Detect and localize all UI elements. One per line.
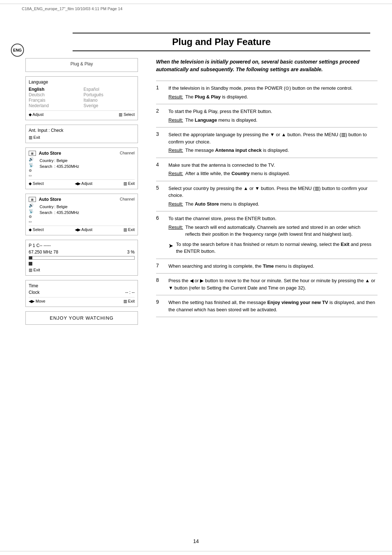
page-number: 14 [193,538,199,544]
lang-deutsch: Deutsch [29,92,80,97]
step-4-text: Make sure that the antenna is connected … [168,162,275,168]
step-content-5: Select your country by pressing the ▲ or… [167,181,377,211]
step-8-text: Press the ◀ or ▶ button to move to the h… [168,278,375,291]
intro-text: When the television is initially powered… [156,58,377,73]
step-content-3: Select the appropriate language by press… [167,127,377,158]
time-footer: ◀▶ Move ▥ Exit [29,297,135,304]
clock-val: -- : -- [125,290,135,295]
table-row: 4 Make sure that the antenna is connecte… [156,158,377,181]
search-label-1: Search [40,164,54,169]
step-num-8: 8 [156,274,167,295]
step-5-result: Result: The Auto Store menu is displayed… [168,200,376,208]
progress-percent: 3 % [127,250,135,255]
clock-label: Clock [29,290,40,295]
step-content-8: Press the ◀ or ▶ button to move to the h… [167,274,377,295]
ch-adjust-1: ◀▶ Adjust [75,181,93,186]
step-content-9: When the setting has finished all, the m… [167,295,377,317]
channel-body-2: ▦ 🔊 📡 ⚙ ▭ Auto Store Country : Belgie Se… [29,197,135,223]
enjoy-screen: ENJOY YOUR WATCHING [25,311,138,325]
step-num-7: 7 [156,259,167,274]
channel-footer-2: ◆ Select ◀▶ Adjust ▥ Exit [29,226,135,232]
channel-screen-1: Channel ▦ 🔊 📡 ⚙ ▭ Auto Store Country : B… [25,147,138,189]
table-row: 3 Select the appropriate language by pre… [156,127,377,158]
step-3-result: Result: The message Antenna input check … [168,147,376,154]
lang-espanol: Español [83,87,135,92]
table-row: 7 When searching and storing is complete… [156,259,377,274]
step-content-7: When searching and storing is complete, … [167,259,377,274]
plug-play-screen: Plug & Play [25,58,138,72]
left-panel: Plug & Play Language English Español Deu… [25,58,138,329]
knob-icon-2: ⚙ [29,215,39,219]
result-text-2: The Language menu is displayed. [185,117,257,124]
country-val-2: : Belgie [54,204,79,209]
step-num-5: 5 [156,181,167,211]
ant-input-screen: Ant. Input : Check ▥ Exit [25,125,138,143]
step-4-result: Result: After a little while, the Countr… [168,170,376,177]
table-row: 8 Press the ◀ or ▶ button to move to the… [156,274,377,295]
result-text-6: The search will end automatically. Chann… [185,224,376,238]
channel-body-1: ▦ 🔊 📡 ⚙ ▭ Auto Store Country : Belgie Se… [29,151,135,177]
lang-portugues: Português [83,92,135,97]
table-row: 5 Select your country by pressing the ▲ … [156,181,377,211]
note-text-6: To stop the search before it has finishe… [176,241,376,255]
language-select: ▥ Select [119,112,135,117]
eng-badge: ENG [11,44,24,57]
ch-adjust-2: ◀▶ Adjust [75,227,93,232]
search-val-2: : 435.250MHz [54,210,79,215]
progress-info: P 1 C-- ----- [29,243,135,248]
arrow-icon: ➤ [168,242,173,255]
table-row: 2 To start the Plug & Play, press the EN… [156,104,377,127]
progress-exit: ▥ Exit [29,268,135,272]
channel-title-1: Channel [120,151,135,155]
progress-freq-val: 67.250 MHz 78 [29,250,58,255]
result-label-1: Result: [168,93,183,101]
progress-screen: P 1 C-- ----- 67.250 MHz 78 3 % ▥ Exit [25,240,138,276]
result-label-6: Result: [168,224,183,238]
progress-bar-inner [29,256,32,259]
result-label-2: Result: [168,117,183,124]
language-adjust: ◆ Adjust [29,112,44,117]
time-row: Clock -- : -- [29,290,135,295]
language-grid: English Español Deutsch Português França… [29,87,135,108]
country-label-1: Country [40,158,54,163]
lang-english: English [29,87,80,92]
ch-select-2: ◆ Select [29,227,44,232]
step-content-6: To start the channel store, press the EN… [167,211,377,259]
step-content-1: If the television is in Standby mode, pr… [167,81,377,104]
ch-select-1: ◆ Select [29,181,44,186]
tv-icon-box: ▦ [29,151,36,156]
screen-icon: ▭ [29,174,39,177]
right-panel: When the television is initially powered… [156,58,377,317]
plug-play-title: Plug & Play [29,61,135,66]
language-screen: Language English Español Deutsch Portugu… [25,76,138,120]
ch-exit-2: ▥ Exit [123,227,135,232]
step-3-text: Select the appropriate language by press… [168,132,367,145]
progress-freq: 67.250 MHz 78 3 % [29,250,135,255]
speaker-icon: 🔊 [29,157,39,162]
step-6-text: To start the channel store, press the EN… [168,216,277,221]
search-label-2: Search [40,210,54,215]
step-num-4: 4 [156,158,167,181]
step-9-text: When the setting has finished all, the m… [168,300,375,312]
step-content-4: Make sure that the antenna is connected … [167,158,377,181]
lang-sverige: Sverige [83,103,135,108]
step-2-text: To start the Plug & Play, press the ENTE… [168,109,272,114]
country-val-1: : Belgie [54,158,79,163]
speaker-icon-2: 🔊 [29,203,39,208]
language-label: Language [29,80,135,85]
result-label-3: Result: [168,147,183,154]
step-num-3: 3 [156,127,167,158]
ant-input-text: Ant. Input : Check [29,128,135,133]
channel-icons-2: ▦ 🔊 📡 ⚙ ▭ [29,197,39,223]
time-exit: ▥ Exit [123,299,135,304]
language-footer: ◆ Adjust ▥ Select [29,110,135,117]
step-2-result: Result: The Language menu is displayed. [168,117,376,124]
time-move: ◀▶ Move [29,299,45,304]
result-label-5: Result: [168,200,183,208]
step-6-note: ➤ To stop the search before it has finis… [168,241,376,255]
step-num-9: 9 [156,295,167,317]
step-num-1: 1 [156,81,167,104]
tv-icon-box-2: ▦ [29,197,36,202]
step-7-text: When searching and storing is complete, … [168,263,314,269]
table-row: 6 To start the channel store, press the … [156,211,377,259]
